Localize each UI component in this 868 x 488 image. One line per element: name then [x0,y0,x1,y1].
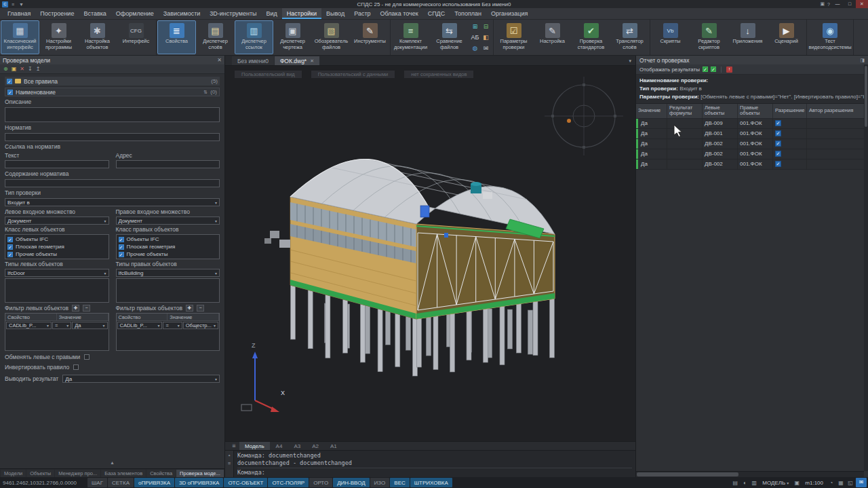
ribbon-button-file-browser[interactable]: ▧Обозреватель файлов [312,20,351,54]
ribbon-button-check-params[interactable]: ☑Параметры проверки [494,20,533,54]
saved-view-button[interactable]: нет сохраненных видов [404,71,473,78]
ribbon-button-drawing-manager[interactable]: ▣Диспетчер чертежа [273,20,312,54]
class-option[interactable]: Объекты IFC [7,236,106,242]
palette-icon[interactable]: ◧ [481,33,491,43]
add-group-icon[interactable]: ▣ [12,66,17,72]
toggle-СЕТКА[interactable]: СЕТКА [108,478,134,487]
menu-item-СПДС[interactable]: СПДС [423,8,450,19]
class-option[interactable]: Прочие объекты [119,251,218,257]
filter-operator-dropdown[interactable]: =▾ [52,322,71,329]
menu-item-3D-инструменты[interactable]: 3D-инструменты [205,8,261,19]
right-types-listbox[interactable] [116,278,220,303]
grid-display-icon[interactable]: ▦ [836,480,846,486]
left-set-dropdown[interactable]: Документ ▾ [5,217,109,225]
ribbon-button-tools[interactable]: ✎Инструменты [351,20,389,54]
history-icon[interactable]: ≡ [228,461,231,466]
maximize-button[interactable]: □ [844,0,856,8]
annotation-visibility-icon[interactable]: ◐ [740,480,749,486]
class-option-checkbox[interactable] [7,237,13,242]
annotation-scale-icon[interactable]: ▤ [730,480,740,486]
resolution-checkbox[interactable]: ✓ [775,130,781,136]
app-icon[interactable]: С [2,1,8,7]
report-row[interactable]: ДаДВ-002001.ФОК✓ [636,159,868,170]
right-set-dropdown[interactable]: Документ ▾ [116,217,220,225]
class-option-checkbox[interactable] [119,244,124,250]
ribbon-button-doc-set[interactable]: ≡Комплект документации [391,20,430,54]
report-row[interactable]: ДаДВ-009001.ФОК✓ [636,119,868,129]
toggle-ОТС-ПОЛЯР[interactable]: ОТС-ПОЛЯР [268,478,309,487]
tab-list-chevron-icon[interactable]: ▾ [625,56,635,65]
ribbon-button-scenario[interactable]: ▶Сценарий [767,20,806,54]
right-type-dropdown[interactable]: IfcBuilding ▾ [116,269,220,277]
panel-tab-База элементов[interactable]: База элементов [101,470,146,477]
notifications-icon[interactable]: ✉ [856,478,867,487]
show-passed-checkbox[interactable] [703,67,708,72]
ribbon-button-program-settings[interactable]: ✦Настройки программы [39,20,78,54]
delete-rule-icon[interactable]: ✕ [20,66,24,72]
norm-content-input[interactable] [5,179,220,187]
add-filter-icon[interactable]: ✚ [186,305,193,312]
ribbon-button-classic-interface[interactable]: ▦Классический интерфейс [1,20,39,54]
rules-root-checkbox[interactable] [7,79,12,84]
add-filter-icon[interactable]: ✚ [72,305,79,312]
menu-item-Настройки[interactable]: Настройки [282,8,321,19]
ribbon-button-layer-manager[interactable]: ▤Диспетчер слоёв [196,20,235,54]
report-column-header[interactable]: Разрешение [773,104,807,118]
toggle-оПРИВЯЗКА[interactable]: оПРИВЯЗКА [134,478,174,487]
toggle-ВЕС[interactable]: ВЕС [390,478,409,487]
remove-filter-icon[interactable]: − [83,305,90,312]
menu-item-Топоплан[interactable]: Топоплан [450,8,486,19]
panel-close-icon[interactable]: ✕ [217,57,222,63]
output-result-dropdown[interactable]: Да ▾ [62,375,220,383]
invert-checkbox[interactable] [73,364,79,370]
horizontal-scrollbar[interactable] [636,471,864,477]
add-rule-icon[interactable]: ⊕ [3,66,8,72]
saved-view-button[interactable]: Пользовательский с данными [311,71,395,78]
auto-annotation-icon[interactable]: ▥ [749,480,759,486]
report-column-header[interactable]: Результат формулы [667,104,703,118]
class-option-checkbox[interactable] [7,252,13,257]
help-icon[interactable]: ? [826,2,831,7]
pin-icon[interactable]: ◨ [860,58,865,63]
tab-close-icon[interactable]: ✕ [310,58,314,64]
layout-tab-А1[interactable]: А1 [325,442,342,450]
report-column-header[interactable]: Значение [636,104,667,118]
class-option-checkbox[interactable] [119,237,124,242]
spellcheck-icon[interactable]: АБ [470,33,480,43]
layout-tab-А4[interactable]: А4 [271,442,288,450]
class-option-checkbox[interactable] [119,252,124,257]
filter-property-dropdown[interactable]: CADLib_P...▾ [117,322,163,329]
toggle-ОТС-ОБЪЕКТ[interactable]: ОТС-ОБЪЕКТ [224,478,267,487]
document-tab[interactable]: Без имени0 [232,56,274,65]
collapse-chevron-icon[interactable]: ▴ [5,459,220,466]
filter-value-dropdown[interactable]: Общестр...▾ [183,322,218,329]
toggle-ИЗО[interactable]: ИЗО [370,478,390,487]
panel-tab-Проверка моде...[interactable]: Проверка моде... [176,470,224,477]
menu-item-Зависимости[interactable]: Зависимости [159,8,205,19]
scrollbar-thumb[interactable] [637,472,738,476]
import-rules-icon[interactable]: ↧ [28,66,33,72]
left-type-dropdown[interactable]: IfcDoor ▾ [5,269,109,277]
report-row[interactable]: ДаДВ-001001.ФОК✓ [636,129,868,139]
menu-item-Растр[interactable]: Растр [349,8,375,19]
layout-list-icon[interactable]: ≣ [229,442,239,450]
mail-icon[interactable]: ✉ [481,43,491,54]
resolution-checkbox[interactable]: ✓ [775,120,781,126]
panel-tab-Объекты[interactable]: Объекты [26,470,54,477]
class-option[interactable]: Прочие объекты [7,251,106,257]
filter-operator-dropdown[interactable]: =▾ [163,322,182,329]
ribbon-button-object-settings[interactable]: ✱Настройка объектов [78,20,117,54]
toggle-ДИН-ВВОД[interactable]: ДИН-ВВОД [333,478,369,487]
swap-checkbox[interactable] [84,354,90,360]
layout-tab-А3[interactable]: А3 [288,442,306,450]
filter-property-dropdown[interactable]: CADLib_P...▾ [6,322,52,329]
panel-tab-Менеджер про...[interactable]: Менеджер про... [55,470,100,477]
rule-group-row[interactable]: Наименование ⇅ (0) [5,88,220,96]
globe-icon[interactable]: ◍ [470,43,480,54]
report-row[interactable]: ДаДВ-002001.ФОК✓ [636,139,868,149]
show-failed-checkbox[interactable] [711,67,716,72]
report-row[interactable]: ДаДВ-002001.ФОК✓ [636,149,868,159]
ribbon-button-scripts-vb[interactable]: VbСкрипты [651,20,690,54]
customize-icon[interactable]: ✦ [228,453,231,458]
resolution-checkbox[interactable]: ✓ [775,140,781,147]
